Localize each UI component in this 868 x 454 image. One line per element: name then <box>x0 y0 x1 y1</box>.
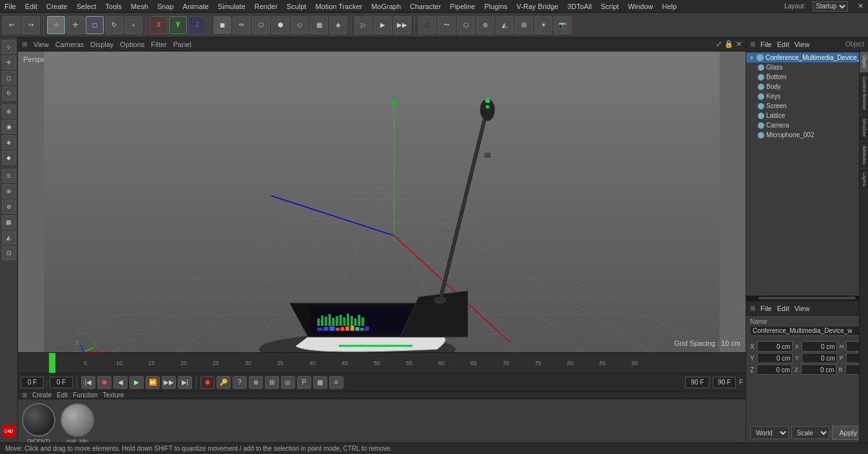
joint-tool[interactable]: ⊕ <box>2 104 16 118</box>
material-swatch-dark[interactable] <box>22 403 55 437</box>
ob-view-tab[interactable]: View <box>795 41 810 48</box>
help-button[interactable]: ? <box>233 376 247 389</box>
material-swatch-grey[interactable] <box>61 403 94 437</box>
close-viewport-icon[interactable]: ✕ <box>736 40 742 48</box>
list-button[interactable]: ≡ <box>329 376 343 389</box>
vp-tab-panel[interactable]: Panel <box>173 41 191 48</box>
checker2-button[interactable]: ▦ <box>313 376 327 389</box>
mat-function-tab[interactable]: Function <box>73 392 97 399</box>
cube-tool[interactable]: ⬛ <box>418 16 436 34</box>
paint-tool[interactable]: ◉ <box>2 120 16 134</box>
menu-edit[interactable]: Edit <box>23 3 39 10</box>
vp-tab-options[interactable]: Options <box>120 41 144 48</box>
menu-snap[interactable]: Snap <box>155 3 176 10</box>
obj-item-keys[interactable]: Keys <box>746 91 868 101</box>
close-icon[interactable]: ✕ <box>856 2 865 10</box>
attr-view-tab[interactable]: View <box>795 305 810 312</box>
vp-tab-view[interactable]: View <box>34 41 49 48</box>
render-active[interactable]: ▶ <box>374 16 392 34</box>
menu-3dtoall[interactable]: 3DToAll <box>565 3 593 10</box>
object-mode[interactable]: ◼ <box>213 16 231 34</box>
brush-tool[interactable]: ◭ <box>2 231 16 245</box>
current-frame-input[interactable] <box>21 377 44 388</box>
panel-resize-handle[interactable] <box>746 296 868 301</box>
min-frame-input[interactable] <box>50 377 73 388</box>
keyframe-button[interactable]: 🔑 <box>217 376 231 389</box>
mat-texture-tab[interactable]: Texture <box>103 392 124 399</box>
coord-y-input[interactable] <box>757 353 793 363</box>
texture-mode[interactable]: ◇ <box>291 16 309 34</box>
menu-motion-tracker[interactable]: Motion Tracker <box>313 3 364 10</box>
obj-item-glass[interactable]: Glass <box>746 62 868 72</box>
menu-help[interactable]: Help <box>661 3 679 10</box>
attr-file-tab[interactable]: File <box>760 305 772 312</box>
menu-window[interactable]: Window <box>626 3 655 10</box>
menu-sculpt[interactable]: Sculpt <box>285 3 309 10</box>
motion-blur-button[interactable]: ◎ <box>281 376 295 389</box>
goto-end-button[interactable]: ▶| <box>178 376 192 389</box>
vtab-structure[interactable]: Structure <box>860 115 868 141</box>
axis-mode[interactable]: ◈ <box>329 16 347 34</box>
mat-edit-tab[interactable]: Edit <box>57 392 68 399</box>
polygon-mode[interactable]: ✏ <box>233 16 251 34</box>
camera-tool-btn[interactable]: 📷 <box>554 16 572 34</box>
vtab-object[interactable]: Object <box>860 52 868 73</box>
rotate-tool[interactable]: ↻ <box>105 16 123 34</box>
effector-tool[interactable]: ◭ <box>496 16 514 34</box>
nurbs-tool[interactable]: ⬡ <box>457 16 475 34</box>
menu-file[interactable]: File <box>3 3 18 10</box>
point-mode[interactable]: ⬢ <box>271 16 289 34</box>
menu-create[interactable]: Create <box>44 3 70 10</box>
menu-plugins[interactable]: Plugins <box>482 3 509 10</box>
deformer-tool[interactable]: ⊛ <box>476 16 494 34</box>
goto-start-button[interactable]: |◀ <box>81 376 95 389</box>
material-item-mic[interactable]: mat_Mic <box>61 403 94 444</box>
obj-item-camera[interactable]: Camera <box>746 120 868 130</box>
mat-create-tab[interactable]: Create <box>32 392 52 399</box>
spline-tool[interactable]: 〜 <box>438 16 456 34</box>
floor-tool[interactable]: ⊡ <box>2 246 16 260</box>
rotate-left[interactable]: ↻ <box>2 86 16 100</box>
scale-left[interactable]: ◻ <box>2 71 16 85</box>
material-item-dicenti[interactable]: DICENTI <box>22 403 55 444</box>
ob-file-tab[interactable]: File <box>760 41 772 48</box>
scale-dropdown[interactable]: Scale <box>791 426 830 439</box>
menu-character[interactable]: Character <box>408 3 443 10</box>
vp-tab-filter[interactable]: Filter <box>151 41 166 48</box>
record-button[interactable]: ⏺ <box>97 376 111 389</box>
knife-tool[interactable]: ◈ <box>2 135 16 149</box>
vtab-attributes[interactable]: Attributes <box>860 142 868 169</box>
menu-mesh[interactable]: Mesh <box>129 3 150 10</box>
menu-animate[interactable]: Animate <box>181 3 211 10</box>
maximize-icon[interactable]: ⤢ <box>716 40 722 48</box>
world-dropdown[interactable]: World <box>750 426 789 439</box>
menu-script[interactable]: Script <box>599 3 621 10</box>
light-tool[interactable]: ☀ <box>534 16 552 34</box>
vp-tab-display[interactable]: Display <box>90 41 113 48</box>
undo-button[interactable]: ↩ <box>3 16 21 34</box>
layout-select[interactable]: Startup <box>813 1 848 12</box>
coord-z2-input[interactable] <box>801 364 836 375</box>
x-axis[interactable]: X <box>149 16 168 34</box>
viewport[interactable]: Perspective <box>18 52 746 352</box>
edge-mode[interactable]: ⬡ <box>252 16 270 34</box>
obj-item-bottom[interactable]: Bottom <box>746 72 868 82</box>
coord-x2-input[interactable] <box>802 341 837 352</box>
add-tool[interactable]: ＋ <box>124 16 142 34</box>
scale-tool[interactable]: ◻ <box>86 16 104 34</box>
play-button[interactable]: ▶ <box>130 376 144 389</box>
menu-simulate[interactable]: Simulate <box>216 3 247 10</box>
vtab-layers[interactable]: Layers <box>860 169 868 191</box>
select-tool[interactable]: ⊹ <box>47 16 65 34</box>
fps-input[interactable] <box>713 377 736 388</box>
next-frame-button[interactable]: ▶▶ <box>162 376 176 389</box>
move-tool[interactable]: ✛ <box>66 16 84 34</box>
magnet-tool[interactable]: ⊗ <box>2 184 16 198</box>
menu-mograph[interactable]: MoGraph <box>369 3 403 10</box>
lock-icon[interactable]: 🔒 <box>724 40 733 48</box>
attr-edit-tab[interactable]: Edit <box>777 305 789 312</box>
redo-button[interactable]: ↪ <box>22 16 40 34</box>
z-axis[interactable]: Z <box>188 16 206 34</box>
uv-mode[interactable]: ▦ <box>310 16 328 34</box>
coord-z-input[interactable] <box>757 364 792 375</box>
